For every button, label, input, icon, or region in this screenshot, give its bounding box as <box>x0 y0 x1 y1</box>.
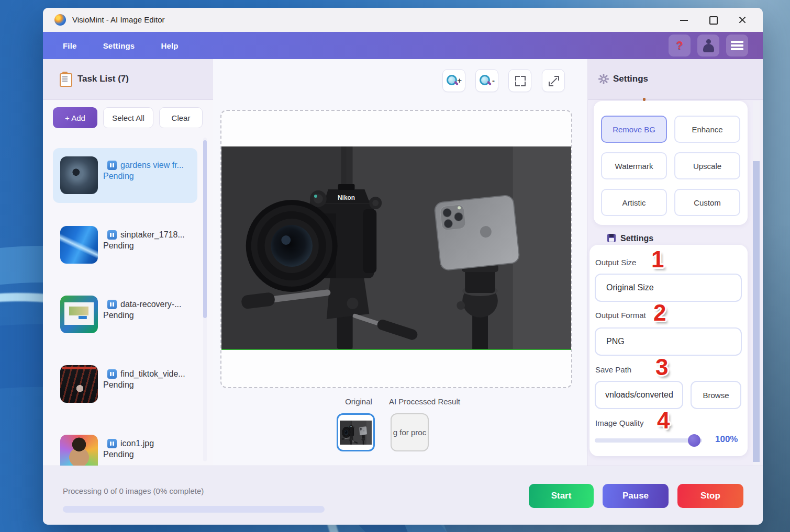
fullscreen-button[interactable] <box>542 69 565 92</box>
help-button[interactable]: ? <box>669 35 691 56</box>
task-thumbnail <box>60 365 98 403</box>
slider-thumb[interactable] <box>688 434 700 447</box>
question-mark-icon: ? <box>669 35 691 56</box>
image-quality-value: 100% <box>715 434 746 445</box>
preview-image <box>221 146 571 350</box>
image-quality-slider[interactable] <box>595 438 702 443</box>
image-preview-area[interactable] <box>220 110 572 388</box>
operation-artistic[interactable]: Artistic <box>601 189 667 216</box>
task-status: Pending <box>103 311 193 320</box>
stop-button[interactable]: Stop <box>677 484 743 508</box>
settings-section-title: Settings <box>620 234 653 243</box>
original-thumbnail[interactable] <box>337 413 375 451</box>
pause-status-icon <box>107 439 117 448</box>
pause-button[interactable]: Pause <box>603 484 669 508</box>
operation-enhance[interactable]: Enhance <box>674 116 740 143</box>
magnifier-icon <box>447 75 458 86</box>
zoom-out-button[interactable]: - <box>475 69 498 92</box>
task-name: data-recovery-... <box>120 300 181 309</box>
annotation-3: 3 <box>655 356 667 379</box>
user-icon <box>704 39 713 48</box>
tasklist-scrollbar[interactable] <box>203 138 207 461</box>
scrollbar-thumb[interactable] <box>203 140 207 318</box>
image-quality-label: Image Quality <box>595 418 644 427</box>
fit-view-button[interactable] <box>508 69 531 92</box>
output-size-label: Output Size <box>595 258 636 267</box>
window-title: VisioMint - AI Image Editor <box>72 15 164 24</box>
task-thumbnail <box>60 296 98 333</box>
save-icon <box>607 234 616 242</box>
task-name: sinptaker_1718... <box>120 230 185 240</box>
menu-help[interactable]: Help <box>161 41 178 50</box>
minus-sign: - <box>492 76 495 85</box>
pause-status-icon <box>107 300 117 309</box>
magnifier-icon <box>480 75 491 86</box>
maximize-icon <box>709 16 718 25</box>
task-status: Pending <box>103 172 193 181</box>
operation-upscale[interactable]: Upscale <box>674 152 740 179</box>
save-path-input[interactable]: vnloads/converted <box>595 381 683 409</box>
maximize-button[interactable] <box>699 8 728 32</box>
minimize-icon <box>680 20 688 21</box>
browse-button[interactable]: Browse <box>691 381 741 409</box>
result-label: AI Processed Result <box>389 397 462 406</box>
add-task-button[interactable]: + Add <box>53 107 97 128</box>
zoom-in-button[interactable]: + <box>442 69 465 92</box>
menu-file[interactable]: File <box>63 41 77 50</box>
task-status: Pending <box>103 450 193 459</box>
tasklist-header: Task List (7) <box>43 59 213 100</box>
task-thumbnail <box>60 226 98 264</box>
settings-header: Settings <box>588 59 763 100</box>
menu-settings[interactable]: Settings <box>103 41 135 50</box>
account-button[interactable] <box>697 35 719 56</box>
tasklist-actions: + Add Select All Clear <box>43 107 213 128</box>
task-sidebar: Task List (7) + Add Select All Clear gar… <box>43 59 214 466</box>
tasklist-title: Task List (7) <box>77 74 129 84</box>
pause-status-icon <box>107 369 117 379</box>
task-status: Pending <box>103 241 193 251</box>
task-name: icon1.jpg <box>120 439 154 448</box>
task-item[interactable]: find_tiktok_vide... Pending <box>53 357 197 412</box>
pause-status-icon <box>107 230 117 240</box>
task-thumbnail <box>60 156 98 194</box>
titlebar: VisioMint - AI Image Editor <box>43 8 763 32</box>
preview-panel: + - Original AI Process <box>213 59 587 466</box>
output-format-label: Output Format <box>595 311 646 320</box>
main-menu-button[interactable] <box>726 35 748 56</box>
annotation-4: 4 <box>657 409 669 432</box>
settings-panel-title: Settings <box>613 74 648 84</box>
app-window: VisioMint - AI Image Editor File Setting… <box>43 8 763 525</box>
select-all-button[interactable]: Select All <box>103 107 153 128</box>
save-path-label: Save Path <box>595 365 631 374</box>
result-placeholder[interactable]: g for proc <box>391 413 429 451</box>
original-label: Original <box>342 397 375 406</box>
output-size-select[interactable]: Original Size <box>595 274 742 302</box>
close-icon <box>738 16 747 24</box>
task-item[interactable]: icon1.jpg Pending <box>53 426 197 466</box>
scrollbar-thumb[interactable] <box>753 161 760 462</box>
hamburger-icon <box>731 41 743 50</box>
output-settings-card: Output Size 1 Original Size Output Forma… <box>589 245 748 456</box>
output-format-select[interactable]: PNG <box>595 327 742 356</box>
clear-tasks-button[interactable]: Clear <box>159 107 203 128</box>
task-item[interactable]: data-recovery-... Pending <box>53 287 197 342</box>
settings-scrollbar[interactable] <box>753 101 760 466</box>
task-list: gardens view fr... Pending sinptaker_171… <box>43 138 213 466</box>
start-button[interactable]: Start <box>529 484 594 508</box>
operation-custom[interactable]: Custom <box>674 189 740 216</box>
window-controls <box>670 8 758 32</box>
task-item-selected[interactable]: gardens view fr... Pending <box>53 148 197 203</box>
operation-remove-bg[interactable]: Remove BG <box>601 116 667 143</box>
task-name: gardens view fr... <box>120 161 184 170</box>
menubar: File Settings Help ? <box>43 32 763 59</box>
clipboard-icon <box>60 73 72 87</box>
operation-watermark[interactable]: Watermark <box>601 152 667 179</box>
progress-bar <box>63 506 325 513</box>
task-item[interactable]: sinptaker_1718... Pending <box>53 218 197 273</box>
close-button[interactable] <box>728 8 758 32</box>
desktop-background: VisioMint - AI Image Editor File Setting… <box>0 0 790 532</box>
plus-sign: + <box>457 76 462 85</box>
annotation-1: 1 <box>651 248 663 271</box>
minimize-button[interactable] <box>670 8 699 32</box>
fit-frame-icon <box>515 76 526 86</box>
